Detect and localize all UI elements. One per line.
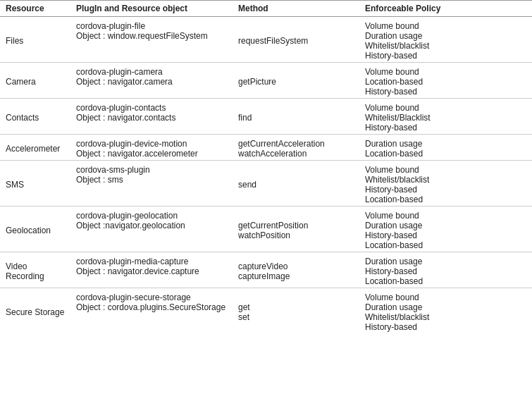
- resource-cell: Video Recording: [0, 252, 70, 288]
- method-cell: send: [233, 161, 359, 207]
- plugin-cell: cordova-plugin-secure-storageObject : co…: [70, 288, 233, 334]
- table-row: SMScordova-sms-pluginObject : smssendVol…: [0, 161, 532, 207]
- policy-cell: Volume boundDuration usageWhitelist/blac…: [359, 17, 532, 63]
- header-resource: Resource: [0, 1, 70, 17]
- method-cell: find: [233, 99, 359, 135]
- header-policy: Enforceable Policy: [359, 1, 532, 17]
- policy-cell: Volume boundWhitelist/blacklistHistory-b…: [359, 161, 532, 207]
- header-method: Method: [233, 1, 359, 17]
- header-plugin: PlugIn and Resource object: [70, 1, 233, 17]
- resource-cell: Contacts: [0, 99, 70, 135]
- plugin-cell: cordova-plugin-device-motionObject : nav…: [70, 135, 233, 161]
- resource-cell: SMS: [0, 161, 70, 207]
- table-row: Video Recordingcordova-plugin-media-capt…: [0, 252, 532, 288]
- plugin-cell: cordova-plugin-fileObject : window.reque…: [70, 17, 233, 63]
- plugin-cell: cordova-sms-pluginObject : sms: [70, 161, 233, 207]
- policy-cell: Volume boundDuration usageHistory-basedL…: [359, 207, 532, 252]
- policy-cell: Volume boundDuration usageWhitelist/blac…: [359, 288, 532, 334]
- policy-cell: Duration usageHistory-basedLocation-base…: [359, 252, 532, 288]
- method-cell: getCurrentAccelerationwatchAcceleration: [233, 135, 359, 161]
- policy-cell: Volume boundLocation-basedHistory-based: [359, 63, 532, 99]
- table-row: Geolocationcordova-plugin-geolocationObj…: [0, 207, 532, 252]
- table-row: Secure Storagecordova-plugin-secure-stor…: [0, 288, 532, 334]
- plugin-cell: cordova-plugin-contactsObject : navigato…: [70, 99, 233, 135]
- plugin-cell: cordova-plugin-media-captureObject : nav…: [70, 252, 233, 288]
- main-table: Resource PlugIn and Resource object Meth…: [0, 0, 532, 333]
- method-cell: getPicture: [233, 63, 359, 99]
- policy-cell: Volume boundWhitelist/BlacklistHistory-b…: [359, 99, 532, 135]
- method-cell: requestFileSystem: [233, 17, 359, 63]
- table-row: Contactscordova-plugin-contactsObject : …: [0, 99, 532, 135]
- resource-cell: Files: [0, 17, 70, 63]
- resource-cell: Secure Storage: [0, 288, 70, 334]
- table-row: Filescordova-plugin-fileObject : window.…: [0, 17, 532, 63]
- resource-cell: Camera: [0, 63, 70, 99]
- policy-cell: Duration usageLocation-based: [359, 135, 532, 161]
- resource-cell: Geolocation: [0, 207, 70, 252]
- resource-cell: Accelerometer: [0, 135, 70, 161]
- plugin-cell: cordova-plugin-geolocationObject :naviga…: [70, 207, 233, 252]
- plugin-cell: cordova-plugin-cameraObject : navigator.…: [70, 63, 233, 99]
- method-cell: getset: [233, 288, 359, 334]
- method-cell: captureVideocaptureImage: [233, 252, 359, 288]
- method-cell: getCurrentPositionwatchPosition: [233, 207, 359, 252]
- table-row: Cameracordova-plugin-cameraObject : navi…: [0, 63, 532, 99]
- table-row: Accelerometercordova-plugin-device-motio…: [0, 135, 532, 161]
